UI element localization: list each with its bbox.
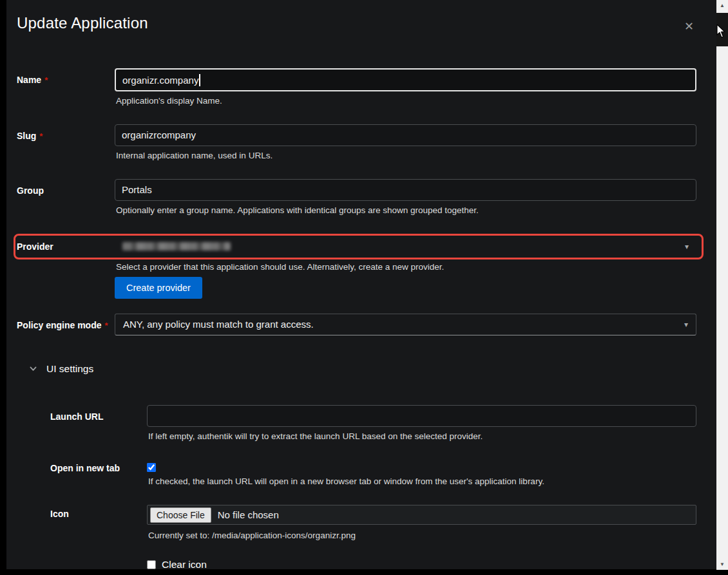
- close-icon[interactable]: ✕: [682, 18, 696, 35]
- update-application-modal: Update Application ✕ Name* Application's…: [6, 0, 716, 569]
- clear-icon-label: Clear icon: [162, 559, 207, 569]
- launch-url-input[interactable]: [147, 405, 696, 427]
- slug-input[interactable]: [115, 124, 696, 146]
- text-cursor: [199, 74, 200, 86]
- required-marker: *: [104, 321, 108, 330]
- policy-engine-mode-row: Policy engine mode* ANY, any policy must…: [17, 314, 696, 335]
- provider-help-text: Select a provider that this application …: [116, 262, 696, 273]
- ui-settings-section-title: UI settings: [46, 363, 93, 375]
- group-label: Group: [17, 179, 115, 196]
- scroll-up-arrow-icon[interactable]: ▲: [716, 0, 728, 11]
- launch-url-row: Launch URL If left empty, authentik will…: [17, 405, 696, 442]
- required-marker: *: [39, 131, 43, 141]
- provider-select[interactable]: ▾: [115, 236, 696, 257]
- open-in-new-tab-help-text: If checked, the launch URL will open in …: [148, 476, 696, 487]
- file-chosen-status: No file chosen: [218, 509, 279, 520]
- policy-engine-mode-select[interactable]: ANY, any policy must match to grant acce…: [115, 314, 696, 335]
- choose-file-button[interactable]: Choose File: [150, 507, 211, 523]
- scrollbar-thumb[interactable]: [716, 13, 728, 46]
- red-highlight-annotation: Provider ▾: [14, 234, 704, 259]
- dropdown-caret-icon: ▾: [684, 320, 688, 329]
- provider-help-row: Select a provider that this application …: [17, 259, 696, 273]
- group-input[interactable]: [115, 179, 696, 201]
- chevron-down-icon: [29, 364, 37, 373]
- open-in-new-tab-checkbox[interactable]: [147, 463, 156, 472]
- policy-engine-mode-value: ANY, any policy must match to grant acce…: [123, 319, 314, 330]
- provider-select-value-redacted: [122, 242, 231, 250]
- provider-label: Provider: [17, 236, 115, 252]
- launch-url-label: Launch URL: [50, 405, 147, 422]
- open-in-new-tab-row: Open in new tab If checked, the launch U…: [17, 459, 696, 487]
- group-help-text: Optionally enter a group name. Applicati…: [116, 205, 696, 216]
- create-provider-row: Create provider: [17, 277, 696, 299]
- slug-row: Slug* Internal application name, used in…: [17, 124, 696, 162]
- scroll-down-arrow-icon[interactable]: ▼: [716, 559, 728, 570]
- icon-row: Icon Choose File No file chosen Currentl…: [17, 505, 696, 542]
- icon-file-input[interactable]: Choose File No file chosen: [147, 505, 696, 525]
- launch-url-help-text: If left empty, authentik will try to ext…: [148, 431, 696, 442]
- name-input[interactable]: [115, 68, 696, 91]
- clear-icon-row: Clear icon: [17, 559, 696, 569]
- modal-header: Update Application ✕: [17, 14, 696, 35]
- name-label: Name*: [17, 68, 115, 85]
- update-application-form: Name* Application's display Name. Slug* …: [17, 68, 696, 569]
- name-row: Name* Application's display Name.: [17, 68, 696, 107]
- icon-label: Icon: [50, 505, 147, 519]
- required-marker: *: [44, 75, 48, 85]
- page-title: Update Application: [17, 14, 148, 32]
- vertical-scrollbar[interactable]: ▲ ▼: [716, 0, 728, 570]
- open-in-new-tab-label: Open in new tab: [50, 459, 147, 473]
- policy-engine-mode-label: Policy engine mode*: [17, 314, 115, 330]
- name-help-text: Application's display Name.: [116, 96, 696, 107]
- slug-help-text: Internal application name, used in URLs.: [116, 151, 696, 162]
- icon-help-text: Currently set to: /media/application-ico…: [148, 531, 696, 542]
- create-provider-button[interactable]: Create provider: [115, 277, 202, 299]
- ui-settings-section-toggle[interactable]: UI settings: [29, 363, 696, 375]
- provider-row: Provider ▾: [17, 236, 696, 257]
- clear-icon-checkbox[interactable]: [147, 560, 156, 569]
- group-row: Group Optionally enter a group name. App…: [17, 179, 696, 216]
- slug-label: Slug*: [17, 124, 115, 141]
- dropdown-caret-icon: ▾: [685, 242, 689, 251]
